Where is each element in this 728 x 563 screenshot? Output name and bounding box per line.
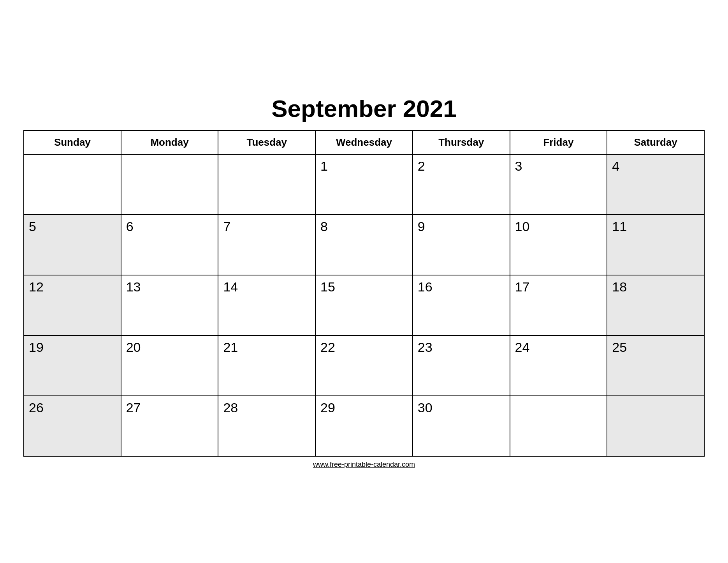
calendar-cell: 18: [607, 275, 704, 335]
day-header-sunday: Sunday: [24, 131, 121, 154]
day-header-friday: Friday: [510, 131, 607, 154]
week-row-0: 1234: [24, 154, 704, 215]
calendar-cell: [218, 154, 315, 215]
calendar-cell: 17: [510, 275, 607, 335]
day-header-thursday: Thursday: [413, 131, 510, 154]
day-header-tuesday: Tuesday: [218, 131, 315, 154]
header-row: SundayMondayTuesdayWednesdayThursdayFrid…: [24, 131, 704, 154]
calendar-cell: 3: [510, 154, 607, 215]
calendar-cell: 13: [121, 275, 218, 335]
calendar-cell: 6: [121, 215, 218, 275]
week-row-1: 567891011: [24, 215, 704, 275]
calendar-cell: 23: [413, 335, 510, 396]
calendar-cell: 15: [315, 275, 413, 335]
calendar-cell: 16: [413, 275, 510, 335]
calendar-cell: [121, 154, 218, 215]
calendar-title: September 2021: [23, 95, 705, 122]
calendar-table: SundayMondayTuesdayWednesdayThursdayFrid…: [23, 130, 705, 457]
calendar-cell: 8: [315, 215, 413, 275]
calendar-cell: 14: [218, 275, 315, 335]
calendar-cell: 26: [24, 396, 121, 456]
calendar-cell: 24: [510, 335, 607, 396]
calendar-cell: [24, 154, 121, 215]
calendar-cell: 28: [218, 396, 315, 456]
calendar-cell: 9: [413, 215, 510, 275]
day-header-wednesday: Wednesday: [315, 131, 413, 154]
calendar-cell: 5: [24, 215, 121, 275]
calendar-cell: 19: [24, 335, 121, 396]
week-row-2: 12131415161718: [24, 275, 704, 335]
calendar-cell: 7: [218, 215, 315, 275]
calendar-cell: 30: [413, 396, 510, 456]
calendar-cell: 29: [315, 396, 413, 456]
calendar-cell: 22: [315, 335, 413, 396]
calendar-cell: 21: [218, 335, 315, 396]
calendar-cell: [510, 396, 607, 456]
calendar-cell: [607, 396, 704, 456]
calendar-footer: www.free-printable-calendar.com: [23, 461, 705, 469]
calendar-cell: 20: [121, 335, 218, 396]
calendar-cell: 11: [607, 215, 704, 275]
calendar-cell: 10: [510, 215, 607, 275]
calendar-cell: 2: [413, 154, 510, 215]
calendar-container: September 2021 SundayMondayTuesdayWednes…: [23, 95, 705, 469]
week-row-3: 19202122232425: [24, 335, 704, 396]
calendar-cell: 1: [315, 154, 413, 215]
day-header-saturday: Saturday: [607, 131, 704, 154]
calendar-cell: 25: [607, 335, 704, 396]
day-header-monday: Monday: [121, 131, 218, 154]
calendar-cell: 4: [607, 154, 704, 215]
week-row-4: 2627282930: [24, 396, 704, 456]
calendar-cell: 12: [24, 275, 121, 335]
calendar-cell: 27: [121, 396, 218, 456]
